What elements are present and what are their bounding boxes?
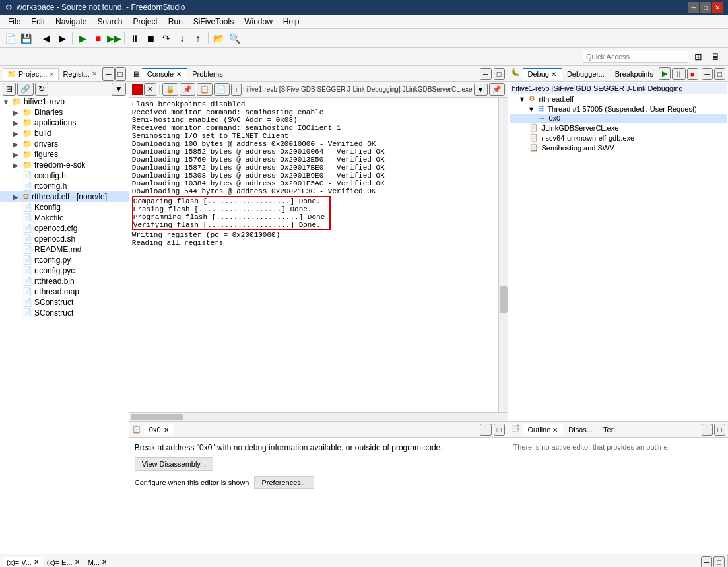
restore-button[interactable]: □: [700, 2, 711, 13]
tree-root[interactable]: ▼ 📁 hifive1-revb: [0, 96, 129, 107]
tab-breakpoints[interactable]: Breakpoints: [610, 68, 659, 79]
debug-jlink[interactable]: 📋 JLinkGDBServerCL.exe: [510, 123, 727, 133]
quick-access-input[interactable]: [583, 51, 688, 63]
toolbar-stepover[interactable]: ↷: [159, 31, 174, 46]
console-hscroll[interactable]: [129, 412, 508, 421]
menu-window[interactable]: Window: [239, 16, 278, 28]
debug-rtthread-elf[interactable]: ▼ ⚙ rtthread.elf: [510, 94, 727, 104]
view-disassembly-button[interactable]: View Disassembly...: [135, 457, 213, 471]
tree-readme[interactable]: ▶ 📄 README.md: [0, 244, 129, 255]
console-menu-btn[interactable]: ▼: [474, 84, 488, 96]
menu-navigate[interactable]: Navigate: [50, 16, 92, 28]
menu-edit[interactable]: Edit: [26, 16, 50, 28]
tree-makefile[interactable]: ▶ 📄 Makefile: [0, 213, 129, 223]
preferences-button[interactable]: Preferences...: [254, 476, 314, 489]
debug-0x0[interactable]: → 0x0: [510, 114, 727, 123]
tab-expressions[interactable]: (x)= E... ✕: [43, 557, 84, 568]
console-text[interactable]: Flash breakpoints disabled Received moni…: [129, 98, 498, 412]
close-debug-tab[interactable]: ✕: [164, 426, 169, 434]
minimize-vars[interactable]: ─: [701, 556, 713, 568]
tree-binaries[interactable]: ▶ 📁 Binaries: [0, 107, 129, 117]
close-button[interactable]: ✕: [712, 2, 723, 13]
debug-thread1[interactable]: ▼ ⇶ Thread #1 57005 (Suspended : User Re…: [510, 104, 727, 114]
tree-rtthread-bin[interactable]: ▶ 📄 rtthread.bin: [0, 276, 129, 286]
tab-disassembly[interactable]: Disas...: [563, 424, 598, 435]
close-vars-tab[interactable]: ✕: [34, 558, 39, 566]
tree-openocd-cfg[interactable]: ▶ 📄 openocd.cfg: [0, 223, 129, 234]
tree-rtconfig-py[interactable]: ▶ 📄 rtconfig.py: [0, 255, 129, 265]
suspend-btn[interactable]: ⏸: [672, 68, 686, 80]
tree-build[interactable]: ▶ 📁 build: [0, 128, 129, 139]
menu-file[interactable]: File: [3, 16, 26, 28]
tab-debug[interactable]: Debug ✕: [523, 68, 562, 79]
console-pin2-btn[interactable]: 📌: [489, 83, 505, 96]
tree-figures[interactable]: ▶ 📁 figures: [0, 149, 129, 160]
close-project-tab[interactable]: ✕: [49, 71, 54, 78]
close-console-tab[interactable]: ✕: [176, 71, 182, 78]
tree-rtconfig-h[interactable]: ▶ 📄 rtconfig.h: [0, 181, 129, 191]
toolbar-save[interactable]: 💾: [18, 31, 33, 46]
view-menu-btn[interactable]: ▼: [112, 83, 126, 96]
minimize-outline[interactable]: ─: [702, 424, 713, 436]
tree-sconstruct2[interactable]: ▶ 📄 SConstruct: [0, 308, 129, 318]
minimize-console[interactable]: ─: [480, 68, 492, 80]
tab-project[interactable]: 📁 Project... ✕: [3, 68, 59, 80]
toolbar-new[interactable]: 📄: [3, 31, 17, 46]
maximize-left-panel[interactable]: □: [115, 67, 126, 81]
toolbar-stepinto[interactable]: ↓: [175, 31, 189, 46]
scrollbar-thumb[interactable]: [500, 286, 508, 313]
tab-debugger[interactable]: Debugger...: [562, 68, 610, 79]
toolbar-search[interactable]: 🔍: [227, 31, 242, 46]
minimize-debug[interactable]: ─: [480, 424, 492, 436]
close-modules-tab[interactable]: ✕: [102, 558, 107, 566]
close-outline-tab[interactable]: ✕: [552, 426, 558, 434]
close-registers-tab[interactable]: ✕: [92, 70, 97, 77]
menu-run[interactable]: Run: [163, 16, 188, 28]
tree-kconfig[interactable]: ▶ 📄 Kconfig: [0, 202, 129, 213]
minimize-right-top[interactable]: ─: [702, 68, 713, 80]
tree-freedom-e-sdk[interactable]: ▶ 📁 freedom-e-sdk: [0, 160, 129, 170]
tree-cconfig[interactable]: ▶ 📄 cconfig.h: [0, 170, 129, 181]
debug-semihosting[interactable]: 📋 Semihosting and SWV: [510, 143, 727, 152]
tab-terminal[interactable]: Ter...: [598, 424, 624, 435]
copy-btn[interactable]: 📋: [197, 83, 213, 96]
tree-drivers[interactable]: ▶ 📁 drivers: [0, 139, 129, 149]
toolbar-resume[interactable]: ▶▶: [107, 31, 121, 46]
minimize-left-panel[interactable]: ─: [102, 67, 115, 81]
link-editor-btn[interactable]: 🔗: [17, 83, 34, 96]
new-console-btn[interactable]: +: [231, 84, 242, 96]
toolbar-forward[interactable]: ▶: [55, 31, 69, 46]
toolbar-open[interactable]: 📂: [211, 31, 226, 46]
toolbar-terminate[interactable]: ⏹: [143, 31, 158, 46]
toolbar-suspend[interactable]: ⏸: [127, 31, 142, 46]
tree-rtconfig-pyc[interactable]: ▶ 📄 rtconfig.pyc: [0, 265, 129, 276]
toolbar-stepout[interactable]: ↑: [191, 31, 205, 46]
hscroll-thumb[interactable]: [131, 414, 183, 420]
menu-sifivetools[interactable]: SiFiveTools: [188, 16, 239, 28]
close-expr-tab[interactable]: ✕: [75, 558, 80, 566]
maximize-debug[interactable]: □: [494, 424, 505, 436]
tree-openocd-sh[interactable]: ▶ 📄 openocd.sh: [0, 234, 129, 244]
menu-help[interactable]: Help: [278, 16, 305, 28]
new-window-btn[interactable]: 🖥: [708, 50, 723, 64]
sync-btn[interactable]: ↻: [35, 83, 48, 96]
open-perspective-btn[interactable]: ⊞: [691, 50, 706, 64]
tree-rtthread-map[interactable]: ▶ 📄 rtthread.map: [0, 286, 129, 297]
tree-applications[interactable]: ▶ 📁 applications: [0, 117, 129, 128]
toolbar-debug[interactable]: ▶: [75, 31, 90, 46]
maximize-outline[interactable]: □: [714, 424, 725, 436]
tab-problems[interactable]: Problems: [187, 69, 228, 79]
pin-btn[interactable]: 📌: [180, 83, 195, 96]
tab-console[interactable]: Console ✕: [142, 68, 187, 79]
minimize-button[interactable]: ─: [688, 2, 699, 13]
maximize-right-top[interactable]: □: [714, 68, 725, 80]
tab-registers[interactable]: Regist... ✕: [59, 69, 100, 79]
menu-project[interactable]: Project: [127, 16, 162, 28]
tree-sconstruct[interactable]: ▶ 📄 SConstruct: [0, 297, 129, 308]
stop-btn[interactable]: [132, 84, 143, 95]
maximize-console[interactable]: □: [494, 68, 505, 80]
menu-search[interactable]: Search: [92, 16, 127, 28]
console-scrollbar[interactable]: [498, 98, 508, 412]
collapse-all-btn[interactable]: ⊟: [3, 83, 16, 96]
terminate-right-btn[interactable]: ■: [687, 68, 698, 80]
